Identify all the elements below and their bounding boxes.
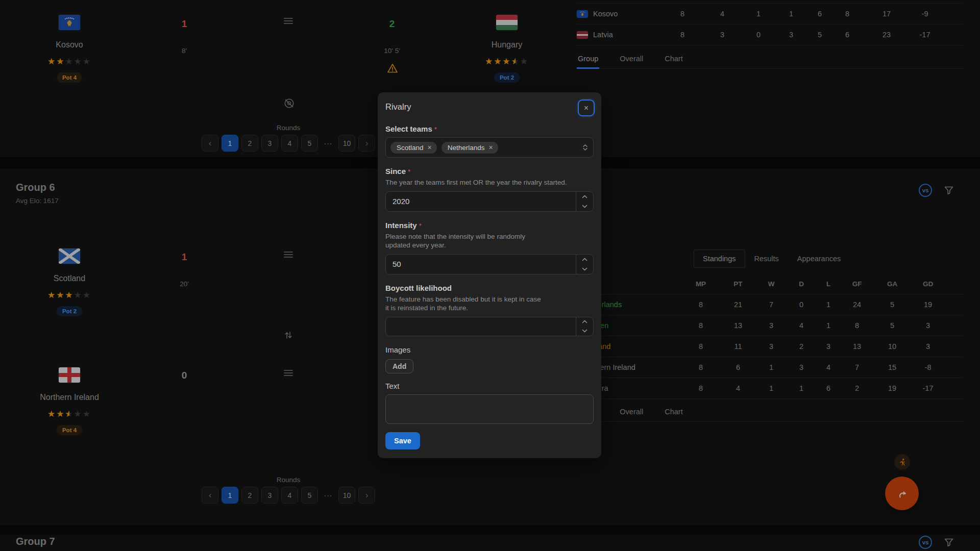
intensity-label: Intensity	[385, 221, 417, 230]
app-root: Rounds ‹12345···10› Kosovo84116817-9Latv…	[0, 0, 980, 551]
images-field: Images Add	[385, 345, 594, 373]
text-field: Text	[385, 382, 594, 424]
decrement-button[interactable]	[576, 264, 593, 274]
select-teams-input[interactable]: Scotland×Netherlands×	[385, 137, 594, 158]
boycott-spinner	[576, 317, 593, 336]
required-asterisk: *	[434, 126, 437, 133]
increment-button[interactable]	[576, 317, 593, 327]
intensity-field: Intensity* Please note that the intensit…	[385, 221, 594, 274]
decrement-button[interactable]	[576, 327, 593, 336]
intensity-spinner	[576, 255, 593, 274]
chip-remove-button[interactable]: ×	[428, 144, 432, 151]
increment-button[interactable]	[576, 255, 593, 264]
since-field: Since* The year the teams first met OR t…	[385, 167, 594, 212]
boycott-label: Boycott likelihood	[385, 284, 452, 292]
boycott-field: Boycott likelihood The feature has been …	[385, 284, 594, 336]
team-chip-scotland: Scotland×	[390, 142, 437, 154]
intensity-value: 50	[386, 255, 593, 274]
images-label: Images	[385, 345, 410, 354]
since-input[interactable]: 2020	[385, 191, 594, 212]
select-caret-icon	[583, 144, 587, 151]
save-button[interactable]: Save	[385, 432, 420, 449]
boycott-helper: The feature has been disabled but it is …	[385, 295, 544, 313]
modal-title: Rivalry	[385, 101, 594, 112]
add-image-button[interactable]: Add	[385, 359, 413, 373]
team-chip-netherlands: Netherlands×	[442, 142, 498, 154]
chip-remove-button[interactable]: ×	[489, 144, 493, 151]
required-asterisk: *	[408, 168, 410, 176]
chip-label: Scotland	[397, 144, 424, 152]
required-asterisk: *	[419, 222, 422, 230]
text-label: Text	[385, 382, 400, 390]
close-button[interactable]: ×	[578, 99, 595, 116]
since-label: Since	[385, 167, 406, 176]
chip-label: Netherlands	[448, 144, 485, 152]
since-helper: The year the teams first met OR the year…	[385, 178, 594, 187]
select-teams-field: Select teams* Scotland×Netherlands×	[385, 124, 594, 158]
close-icon: ×	[584, 104, 589, 113]
boycott-input[interactable]	[385, 317, 594, 336]
text-input[interactable]	[385, 394, 594, 424]
decrement-button[interactable]	[576, 202, 593, 211]
intensity-helper: Please note that the intensity will be r…	[385, 232, 538, 250]
intensity-input[interactable]: 50	[385, 254, 594, 274]
since-value: 2020	[386, 192, 593, 211]
rivalry-modal: Rivalry × Select teams* Scotland×Netherl…	[378, 92, 601, 458]
select-teams-label: Select teams	[385, 124, 432, 133]
increment-button[interactable]	[576, 192, 593, 202]
since-spinner	[576, 192, 593, 211]
